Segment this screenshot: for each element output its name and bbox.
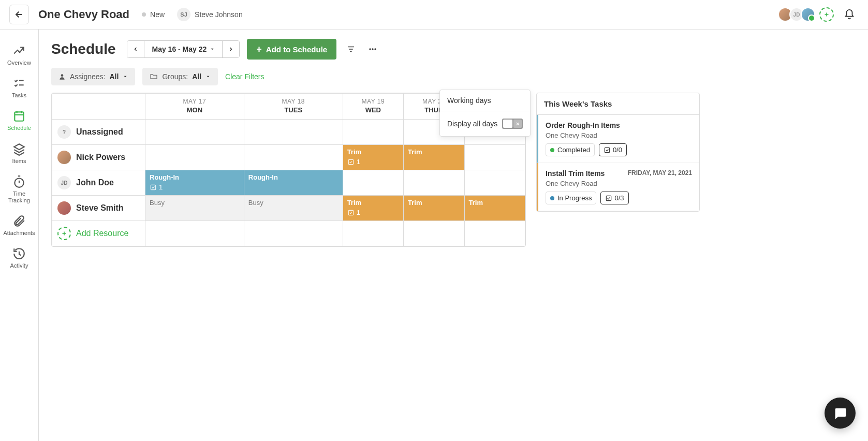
more-button[interactable] bbox=[365, 42, 380, 56]
schedule-cell[interactable] bbox=[244, 145, 343, 170]
task-card[interactable]: Install Trim Items FRIDAY, MAY 21, 2021 … bbox=[537, 163, 699, 211]
task-block-trim[interactable]: Trim bbox=[404, 196, 464, 220]
add-member-button[interactable] bbox=[819, 7, 834, 22]
svg-rect-6 bbox=[348, 159, 353, 164]
avatar-stack[interactable]: JD bbox=[781, 7, 815, 22]
question-icon: ? bbox=[57, 125, 71, 139]
paperclip-icon bbox=[12, 214, 26, 228]
nav-attachments[interactable]: Attachments bbox=[0, 209, 38, 242]
close-icon: ✕ bbox=[513, 120, 522, 128]
checklist-icon bbox=[604, 146, 611, 154]
nav-label: Activity bbox=[10, 262, 28, 269]
svg-point-5 bbox=[61, 74, 64, 77]
task-block-roughin[interactable]: Rough-In1 bbox=[145, 170, 244, 195]
resource-name: Nick Powers bbox=[76, 153, 125, 162]
status-badge: In Progress bbox=[546, 192, 596, 204]
date-range-label: May 16 - May 22 bbox=[152, 45, 207, 53]
tasks-icon bbox=[12, 77, 26, 90]
avatar bbox=[57, 151, 71, 164]
svg-rect-9 bbox=[605, 148, 609, 152]
bell-icon bbox=[844, 9, 855, 20]
stopwatch-icon bbox=[12, 175, 26, 188]
notifications-button[interactable] bbox=[840, 5, 859, 24]
next-week-button[interactable] bbox=[223, 41, 239, 57]
nav-tasks[interactable]: Tasks bbox=[0, 71, 38, 104]
svg-point-2 bbox=[370, 48, 371, 50]
svg-rect-8 bbox=[348, 210, 353, 215]
clear-filters-link[interactable]: Clear Filters bbox=[225, 72, 264, 81]
nav-label: Tasks bbox=[12, 92, 26, 99]
task-block-trim[interactable]: Trim bbox=[404, 145, 464, 170]
owner-name: Steve Johnson bbox=[195, 10, 243, 19]
add-resource-row[interactable]: Add Resource bbox=[52, 221, 525, 246]
nav-label: Overview bbox=[7, 60, 31, 66]
groups-filter[interactable]: Groups: All bbox=[142, 68, 218, 85]
filter-button[interactable] bbox=[344, 42, 358, 56]
schedule-cell[interactable] bbox=[145, 145, 244, 170]
schedule-cell[interactable] bbox=[145, 120, 244, 145]
resource-row: JDJohn Doe Rough-In1 Rough-In bbox=[52, 170, 525, 196]
nav-activity[interactable]: Activity bbox=[0, 242, 38, 274]
schedule-cell[interactable] bbox=[244, 120, 343, 145]
dot-icon bbox=[550, 196, 554, 200]
caret-down-icon bbox=[123, 74, 128, 79]
avatar: JD bbox=[57, 176, 71, 189]
plus-icon bbox=[823, 11, 830, 18]
back-button[interactable] bbox=[9, 5, 29, 24]
panel-title: This Week's Tasks bbox=[537, 93, 699, 115]
task-block-busy[interactable]: Busy bbox=[244, 196, 343, 220]
nav-label: Time Tracking bbox=[8, 190, 30, 204]
project-status-chip[interactable]: New bbox=[142, 10, 165, 19]
date-nav: May 16 - May 22 bbox=[127, 40, 240, 58]
add-to-schedule-button[interactable]: + Add to Schedule bbox=[247, 39, 336, 60]
day-header: MAY 17MON bbox=[145, 94, 244, 120]
task-date: FRIDAY, MAY 21, 2021 bbox=[628, 169, 692, 177]
filter-value: All bbox=[192, 72, 201, 81]
assignees-filter[interactable]: Assignees: All bbox=[51, 68, 135, 85]
chat-button[interactable] bbox=[825, 398, 856, 429]
nav-schedule[interactable]: Schedule bbox=[0, 104, 38, 137]
schedule-cell[interactable] bbox=[464, 170, 525, 196]
top-bar: One Chevy Road New SJ Steve Johnson JD bbox=[0, 0, 868, 30]
chevron-right-icon bbox=[228, 46, 234, 52]
project-owner-chip[interactable]: SJ Steve Johnson bbox=[177, 8, 243, 21]
filter-value: All bbox=[109, 72, 119, 81]
person-icon bbox=[58, 73, 66, 80]
left-nav: Overview Tasks Schedule Items Time Track… bbox=[0, 30, 39, 441]
resource-name: John Doe bbox=[76, 178, 114, 187]
schedule-cell[interactable] bbox=[343, 170, 403, 196]
prev-week-button[interactable] bbox=[127, 41, 144, 57]
caret-down-icon bbox=[210, 47, 215, 52]
display-all-days-toggle[interactable]: ✕ bbox=[502, 119, 523, 129]
task-card[interactable]: Order Rough-In Items One Chevy Road Comp… bbox=[537, 115, 699, 163]
resource-name: Unassigned bbox=[76, 127, 123, 137]
task-title: Order Rough-In Items bbox=[546, 121, 692, 129]
plus-circle-icon bbox=[57, 227, 71, 240]
svg-point-3 bbox=[372, 48, 374, 50]
date-range-button[interactable]: May 16 - May 22 bbox=[144, 41, 223, 57]
task-block-trim[interactable]: Trim1 bbox=[343, 196, 403, 220]
nav-overview[interactable]: Overview bbox=[0, 39, 38, 71]
nav-time-tracking[interactable]: Time Tracking bbox=[0, 170, 38, 209]
trend-icon bbox=[12, 44, 26, 57]
schedule-cell[interactable] bbox=[464, 145, 525, 170]
filter-icon bbox=[346, 45, 356, 54]
weeks-tasks-panel: This Week's Tasks Order Rough-In Items O… bbox=[536, 93, 700, 212]
resource-row: Steve Smith Busy Busy Trim1 Trim Trim bbox=[52, 196, 525, 221]
page-title: Schedule bbox=[51, 41, 115, 57]
count-badge: 0/3 bbox=[600, 192, 628, 204]
task-project: One Chevy Road bbox=[546, 180, 692, 187]
task-block-trim[interactable]: Trim bbox=[465, 196, 525, 220]
task-block-trim[interactable]: Trim1 bbox=[343, 145, 403, 170]
nav-items[interactable]: Items bbox=[0, 137, 38, 170]
project-status-label: New bbox=[150, 10, 165, 19]
chat-icon bbox=[833, 406, 847, 420]
nav-label: Items bbox=[12, 158, 26, 165]
task-block-busy[interactable]: Busy bbox=[145, 196, 244, 220]
task-block-roughin[interactable]: Rough-In bbox=[244, 170, 343, 195]
add-resource-label: Add Resource bbox=[76, 229, 128, 238]
schedule-cell[interactable] bbox=[343, 120, 403, 145]
chevron-left-icon bbox=[133, 46, 139, 52]
status-badge: Completed bbox=[546, 143, 595, 156]
schedule-cell[interactable] bbox=[404, 170, 464, 196]
